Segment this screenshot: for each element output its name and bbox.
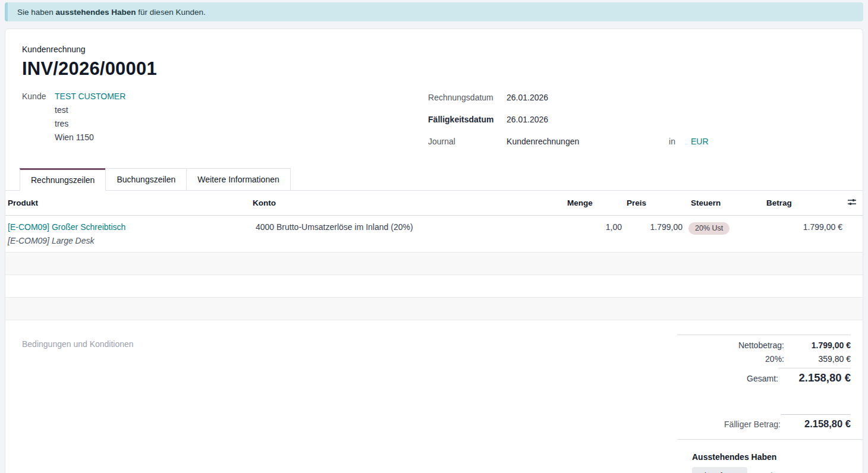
due-date-value[interactable]: 26.01.2026: [507, 115, 548, 124]
tax-row: 20%: 359,80 €: [677, 354, 851, 364]
notebook-tabs: Rechnungszeilen Buchungszeilen Weitere I…: [5, 168, 863, 191]
journal-label: Journal: [428, 137, 507, 146]
customer-address: test tres Wien 1150: [55, 105, 125, 142]
customer-field: Kunde TEST CUSTOMER test tres Wien 1150: [22, 92, 428, 142]
invoice-date-field: Rechnungsdatum 26.01.2026: [428, 93, 851, 102]
customer-link[interactable]: TEST CUSTOMER: [55, 92, 125, 101]
total-label: Gesamt:: [747, 374, 778, 383]
untaxed-label: Nettobetrag:: [738, 340, 784, 350]
journal-value[interactable]: Kundenrechnungen: [507, 137, 669, 146]
section-divider: [677, 439, 863, 440]
untaxed-row: Nettobetrag: 1.799,00 €: [677, 340, 851, 350]
document-type-label: Kundenrechnung: [22, 45, 851, 54]
col-account[interactable]: Konto: [250, 191, 565, 216]
amount-due-row: Fälliger Betrag: 2.158,80 €: [677, 414, 851, 430]
tax-label: 20%:: [765, 354, 784, 364]
invoice-footer: Bedingungen und Konditionen Nettobetrag:…: [5, 320, 863, 473]
col-options[interactable]: [845, 191, 863, 216]
outstanding-credit-alert: Sie haben ausstehendes Haben für diesen …: [5, 2, 863, 21]
invoice-number-title: INV/2026/00001: [22, 58, 851, 80]
empty-line-row[interactable]: [5, 275, 863, 298]
due-date-field: Fälligkeitsdatum 26.01.2026: [428, 115, 851, 124]
invoice-lines-table: Produkt Konto Menge Preis Steuern Betrag: [5, 191, 863, 320]
line-price[interactable]: 1.799,00: [624, 216, 685, 253]
invoice-header: Kundenrechnung INV/2026/00001: [5, 29, 863, 80]
outstanding-credit-heading: Ausstehendes Haben: [692, 452, 851, 462]
tab-rechnungszeilen[interactable]: Rechnungszeilen: [20, 168, 106, 191]
untaxed-value: 1.799,00 €: [784, 340, 851, 350]
empty-line-row[interactable]: [5, 298, 863, 320]
customer-label: Kunde: [22, 92, 55, 101]
tab-weitere-informationen[interactable]: Weitere Informationen: [186, 168, 290, 191]
outstanding-credit-section: Ausstehendes Haben Hinzufügen POS/00004 …: [677, 452, 851, 473]
tab-buchungszeilen[interactable]: Buchungszeilen: [105, 168, 187, 191]
invoice-line-row[interactable]: [E-COM09] Großer Schreibtisch [E-COM09] …: [5, 216, 863, 253]
col-price[interactable]: Preis: [624, 191, 685, 216]
line-quantity[interactable]: 1,00: [565, 216, 624, 253]
invoice-form-card: Kundenrechnung INV/2026/00001 Kunde TEST…: [5, 29, 863, 473]
col-amount[interactable]: Betrag: [764, 191, 845, 216]
invoice-date-label: Rechnungsdatum: [428, 93, 507, 102]
col-taxes[interactable]: Steuern: [685, 191, 764, 216]
col-product[interactable]: Produkt: [5, 191, 250, 216]
amount-due-value: 2.158,80 €: [781, 414, 851, 430]
optional-columns-icon[interactable]: [847, 198, 857, 208]
empty-line-row[interactable]: [5, 253, 863, 275]
invoice-date-value[interactable]: 26.01.2026: [507, 93, 548, 102]
add-credit-button[interactable]: Hinzufügen: [692, 467, 747, 473]
lines-header-row: Produkt Konto Menge Preis Steuern Betrag: [5, 191, 863, 216]
alert-text: Sie haben ausstehendes Haben für diesen …: [17, 8, 206, 17]
product-link[interactable]: [E-COM09] Großer Schreibtisch: [8, 222, 125, 232]
tax-badge[interactable]: 20% Ust: [688, 222, 729, 235]
tax-value: 359,80 €: [784, 354, 851, 364]
outstanding-credit-row: Hinzufügen POS/00004 2.158,80 €: [692, 467, 851, 473]
col-quantity[interactable]: Menge: [565, 191, 624, 216]
line-amount: 1.799,00 €: [764, 216, 845, 253]
line-account[interactable]: 4000 Brutto-Umsatzerlöse im Inland (20%): [250, 216, 565, 253]
total-row: Gesamt: 2.158,80 €: [677, 368, 851, 384]
currency-link[interactable]: EUR: [691, 137, 709, 146]
journal-field: Journal Kundenrechnungen in EUR: [428, 137, 851, 146]
terms-input[interactable]: Bedingungen und Konditionen: [22, 335, 134, 473]
due-date-label: Fälligkeitsdatum: [428, 115, 507, 124]
totals-block: Nettobetrag: 1.799,00 € 20%: 359,80 € Ge…: [677, 335, 851, 384]
amount-due-label: Fälliger Betrag:: [724, 420, 781, 429]
total-value: 2.158,80 €: [778, 368, 851, 384]
header-fields: Kunde TEST CUSTOMER test tres Wien 1150 …: [5, 92, 863, 159]
product-description: [E-COM09] Large Desk: [8, 236, 248, 245]
journal-in-label: in: [669, 137, 675, 146]
